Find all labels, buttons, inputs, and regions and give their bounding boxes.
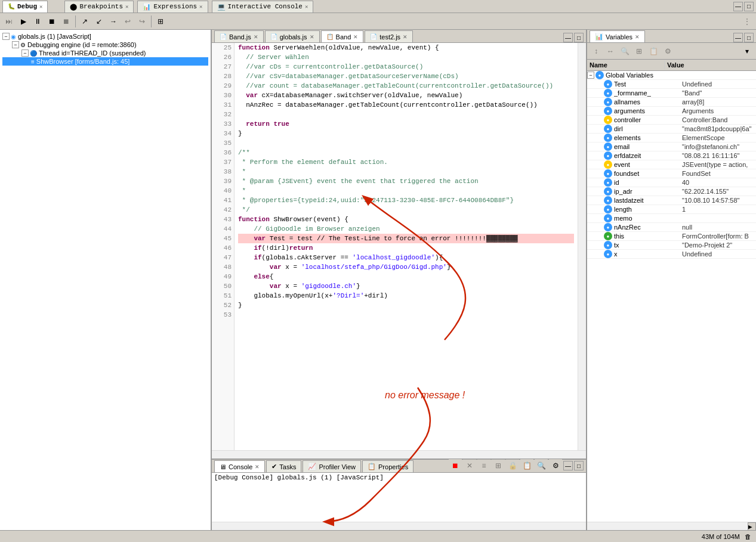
tree-item-shwbrowser[interactable]: ≡ ShwBrowser [forms/Band.js: 45] xyxy=(2,57,208,66)
maximize-button[interactable]: □ xyxy=(744,2,754,11)
vars-row-17[interactable]: ● nAnzRec null xyxy=(587,223,756,232)
vars-row-3[interactable]: ● allnames array[8] xyxy=(587,98,756,107)
vars-row-14[interactable]: ● lastdatzeit "10.08.10 14:57:58" xyxy=(587,196,756,205)
tree-item-thread[interactable]: − 🔵 Thread id=THREAD_ID (suspended) xyxy=(2,49,208,57)
tasks-tab[interactable]: ✔ Tasks xyxy=(266,460,301,472)
vars-row-0[interactable]: − ● Global Variables xyxy=(587,71,756,80)
tab-breakpoints-close[interactable]: ✕ xyxy=(125,4,128,10)
console-bottom-scroll[interactable] xyxy=(212,522,586,530)
tree-item-globals[interactable]: − ◉ globals.js (1) [JavaScript] xyxy=(2,32,208,41)
stop-all-button[interactable]: ⏹ xyxy=(60,15,73,28)
vars-row-6[interactable]: ● dirl "mac8mt81pdcoupp|6a" xyxy=(587,125,756,134)
console-tab[interactable]: 🖥 Console ✕ xyxy=(214,460,265,472)
toolbar-more[interactable]: ⋮ xyxy=(740,15,754,28)
vars-view-menu[interactable]: ▾ xyxy=(740,45,754,58)
console-btn-1[interactable]: ✕ xyxy=(463,459,476,472)
vars-minimize-btn[interactable]: — xyxy=(733,33,743,42)
vars-row-8[interactable]: ● email "info@stefanoni.ch" xyxy=(587,143,756,151)
vars-row-5[interactable]: ● controller Controller:Band xyxy=(587,116,756,125)
code-content[interactable]: function ServerWaehlen(oldValue, newValu… xyxy=(234,43,578,450)
vars-btn-3[interactable]: 🔍 xyxy=(618,45,631,58)
tab-interactive-console-close[interactable]: ✕ xyxy=(305,4,308,10)
code-line-28: //var cSv=databaseManager.getDataSourceS… xyxy=(238,72,574,81)
vars-bottom-scroll[interactable]: ▶ xyxy=(587,522,756,530)
tab-expressions-close[interactable]: ✕ xyxy=(199,4,202,10)
vars-value-12: 40 xyxy=(680,178,756,187)
vars-row-4[interactable]: ● arguments Arguments xyxy=(587,107,756,116)
console-btn-4[interactable]: 🔒 xyxy=(506,459,519,472)
resume-button[interactable]: ▶ xyxy=(17,15,30,28)
editor-minimize-btn[interactable]: — xyxy=(563,33,573,42)
vars-row-19[interactable]: ● tx "Demo-Projekt 2" xyxy=(587,241,756,250)
vars-row-18[interactable]: ● this FormController[form: B xyxy=(587,232,756,241)
vars-row-11[interactable]: ● foundset FoundSet xyxy=(587,169,756,178)
vars-scroll-right-btn[interactable]: ▶ xyxy=(748,522,756,531)
suspend-button[interactable]: ⏸ xyxy=(31,15,44,28)
tab-expressions[interactable]: 📊 Expressions ✕ xyxy=(137,1,208,13)
editor-scrollbar[interactable] xyxy=(578,43,586,450)
editor-tab-band-close[interactable]: ✕ xyxy=(353,34,358,40)
tab-interactive-console[interactable]: 💻 Interactive Console ✕ xyxy=(212,1,314,13)
vars-row-2[interactable]: ● _formname_ "Band" xyxy=(587,89,756,98)
stop-button[interactable]: ⏹ xyxy=(45,15,58,28)
variables-tab-close[interactable]: ✕ xyxy=(635,34,640,40)
console-tab-close[interactable]: ✕ xyxy=(255,464,260,470)
tree-expand-thread[interactable]: − xyxy=(21,49,29,57)
vars-row-7[interactable]: ● elements ElementScope xyxy=(587,134,756,143)
skip-button[interactable]: ⏭ xyxy=(2,15,16,28)
tree-expand-engine[interactable]: − xyxy=(12,41,19,48)
properties-tab[interactable]: 📋 Properties xyxy=(362,460,414,472)
editor-tab-band-js[interactable]: 📄 Band.js ✕ xyxy=(214,30,264,42)
console-maximize-btn[interactable]: □ xyxy=(574,461,584,470)
vars-row-20[interactable]: ● x Undefined xyxy=(587,250,756,259)
step-into-button[interactable]: ↗ xyxy=(78,15,91,28)
profiler-tab[interactable]: 📈 Profiler View xyxy=(303,460,361,472)
vars-maximize-btn[interactable]: □ xyxy=(744,33,754,42)
vars-row-16[interactable]: ● memo xyxy=(587,214,756,223)
console-btn-2[interactable]: ≡ xyxy=(477,459,490,472)
step-forward-button[interactable]: ↪ xyxy=(135,15,149,28)
tree-item-engine[interactable]: − ⚙ Debugging engine (id = remote:3860) xyxy=(2,41,208,49)
vars-table-header: Name Value xyxy=(587,60,756,71)
vars-row-10[interactable]: ● event JSEvent(type = action, xyxy=(587,160,756,169)
vars-btn-5[interactable]: 📋 xyxy=(647,45,660,58)
step-return-button[interactable]: → xyxy=(107,15,120,28)
console-stop-btn[interactable]: ⏹ xyxy=(449,459,462,472)
vars-btn-4[interactable]: ⊞ xyxy=(632,45,646,58)
editor-tab-globals-js-close[interactable]: ✕ xyxy=(310,34,314,40)
editor-tab-band[interactable]: 📋 Band ✕ xyxy=(321,30,364,42)
tree-expand-globals[interactable]: − xyxy=(2,33,10,40)
editor-maximize-btn[interactable]: □ xyxy=(574,33,584,42)
editor-tab-test2-js[interactable]: 📄 test2.js ✕ xyxy=(365,30,413,42)
vars-scroll-left[interactable] xyxy=(587,522,748,530)
vars-expand-0[interactable]: − xyxy=(587,72,594,79)
vars-row-9[interactable]: ● erfdatzeit "08.08.21 16:11:16" xyxy=(587,151,756,160)
variables-tab[interactable]: 📊 Variables ✕ xyxy=(590,30,645,42)
step-back-button[interactable]: ↩ xyxy=(121,15,134,28)
editor-tab-test2-js-close[interactable]: ✕ xyxy=(403,34,408,40)
vars-row-12[interactable]: ● id 40 xyxy=(587,178,756,187)
console-content[interactable]: [Debug Console] globals.js (1) [JavaScri… xyxy=(212,473,586,522)
tab-debug-close[interactable]: ✕ xyxy=(39,4,42,10)
vars-row-1[interactable]: ● Test Undefined xyxy=(587,80,756,89)
editor-tab-band-js-close[interactable]: ✕ xyxy=(254,34,258,40)
console-btn-6[interactable]: 🔍 xyxy=(535,459,548,472)
tab-breakpoints[interactable]: ⬤ Breakpoints ✕ xyxy=(64,1,134,13)
console-btn-7[interactable]: ⚙ xyxy=(549,459,562,472)
vars-row-13[interactable]: ● ip_adr "62.202.14.155" xyxy=(587,187,756,196)
step-over-button[interactable]: ↙ xyxy=(92,15,106,28)
debug-panel: − ◉ globals.js (1) [JavaScript] − ⚙ Debu… xyxy=(0,30,212,530)
editor-bottom-scrollbar[interactable] xyxy=(212,450,586,459)
tab-debug[interactable]: 🐛 Debug ✕ xyxy=(2,1,48,13)
vars-btn-2[interactable]: ↔ xyxy=(604,45,617,58)
console-minimize-btn[interactable]: — xyxy=(563,461,573,470)
gc-icon[interactable]: 🗑 xyxy=(745,533,751,540)
vars-row-15[interactable]: ● length 1 xyxy=(587,205,756,214)
vars-btn-6[interactable]: ⚙ xyxy=(661,45,674,58)
breakpoint-button[interactable]: ⊞ xyxy=(154,15,167,28)
vars-btn-1[interactable]: ↕ xyxy=(590,45,603,58)
editor-tab-globals-js[interactable]: 📄 globals.js ✕ xyxy=(265,30,320,42)
minimize-button[interactable]: — xyxy=(733,2,743,11)
console-btn-5[interactable]: 📋 xyxy=(520,459,533,472)
console-btn-3[interactable]: ⊞ xyxy=(492,459,505,472)
